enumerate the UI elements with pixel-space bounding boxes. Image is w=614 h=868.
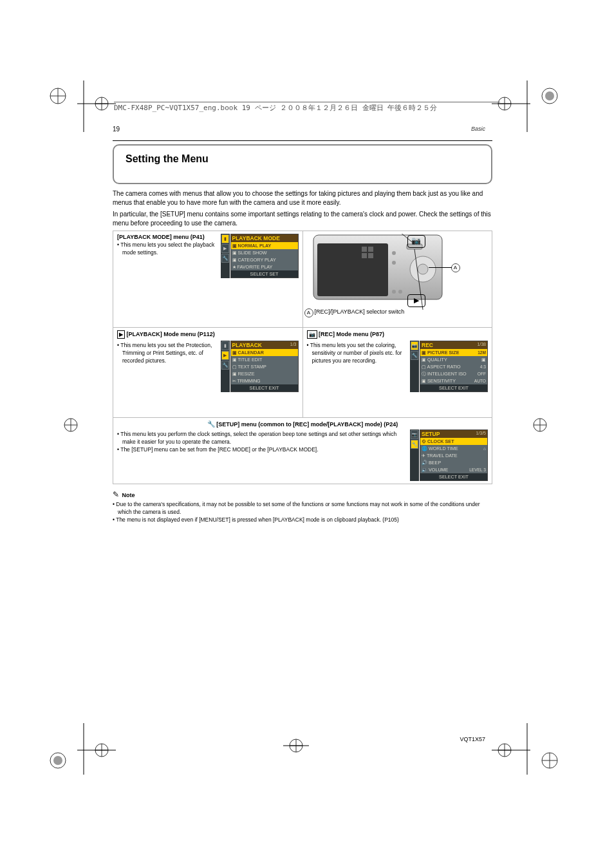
lcd-rec: REC1/38 ▣ PICTURE SIZE12M ▣ QUALITY▣ ▢ A… [420,341,488,392]
svg-point-44 [392,251,396,255]
side-icon-mode: ▮ [221,234,229,243]
intro-para-1: The camera comes with menus that allow y… [113,189,492,207]
play-icon: ▶ [117,330,125,339]
playback-mode-menu-ref: (P41) [191,234,205,240]
side-icon-setup: 🔧 [221,254,229,263]
svg-point-9 [545,91,554,100]
svg-point-16 [53,756,62,765]
note-item-2: The menu is not displayed even if [MENU/… [118,516,492,524]
cell-playback-mode-menu: [PLAYBACK MODE] menu (P41) This menu let… [113,231,303,328]
cell-playback-menu: ▶ [PLAYBACK] Mode menu (P112) This menu … [113,328,303,418]
playback-mode-menu-desc: This menu lets you select the playback m… [122,241,217,257]
svg-point-45 [392,261,396,265]
note-item-1: Due to the camera's specifications, it m… [118,501,492,516]
svg-rect-52 [368,253,373,258]
header-rule [114,102,500,102]
playback-mode-menu-title: [PLAYBACK MODE] menu [117,234,189,240]
note-section: ✎ Note Due to the camera's specification… [113,488,492,524]
callout-a-bottom: A [304,308,313,317]
svg-point-43 [418,264,428,274]
intro-para-2: In particular, the [SETUP] menu contains… [113,210,492,228]
lcd-sidebar-playback: ▮ ▶ 🔧 [221,341,230,392]
cell-rec-menu: 📷 [REC] Mode menu (P87) This menu lets y… [302,328,492,418]
svg-rect-41 [317,243,388,296]
camera-icon: 📷 [307,330,317,339]
page-number: 19 [113,126,120,133]
lcd-sidebar-rec: 📷 🔧 [410,341,419,392]
svg-rect-50 [368,247,373,252]
section-header: Basic [471,126,485,132]
cell-camera-diagram: 📷 ▶ A A [REC]/[PLAYBACK] selector switch [302,231,492,328]
vqt-code: VQT1X57 [460,736,485,742]
camera-diagram [307,234,468,317]
book-header: DMC-FX48P_PC~VQT1X57_eng.book 19 ページ ２００… [114,103,437,113]
switch-label: [REC]/[PLAYBACK] selector switch [315,308,405,315]
rec-mode-icon: 📷 [407,235,425,248]
lcd-playback-mode: PLAYBACK MODE ▣ NORMAL PLAY ▣ SLIDE SHOW… [230,234,299,278]
playback-mode-icon: ▶ [407,294,425,307]
lcd-sidebar: ▮ ▶ 🔧 [221,234,230,278]
side-icon-play: ▶ [221,244,229,253]
svg-rect-49 [362,247,367,252]
lcd-sidebar-setup: 📷 🔧 [410,429,419,481]
cell-setup-menu: 🔧 [SETUP] menu (common to [REC] mode/[PL… [113,418,492,484]
page-title: Setting the Menu [126,153,479,165]
svg-rect-51 [362,253,367,258]
svg-point-48 [398,290,402,294]
callout-a-right: A [451,263,460,272]
lcd-playback: PLAYBACK1/3 ▣ CALENDAR ▣ TITLE EDIT ▢ TE… [230,341,299,392]
svg-point-47 [392,290,396,294]
note-heading: Note [122,492,135,498]
menu-overview-table: [PLAYBACK MODE] menu (P41) This menu let… [113,231,492,484]
page-title-box: Setting the Menu [113,144,492,184]
lcd-setup: SETUP1/3/5 ⏲ CLOCK SET 🌐 WORLD TIME⌂ ✈ T… [420,429,488,481]
